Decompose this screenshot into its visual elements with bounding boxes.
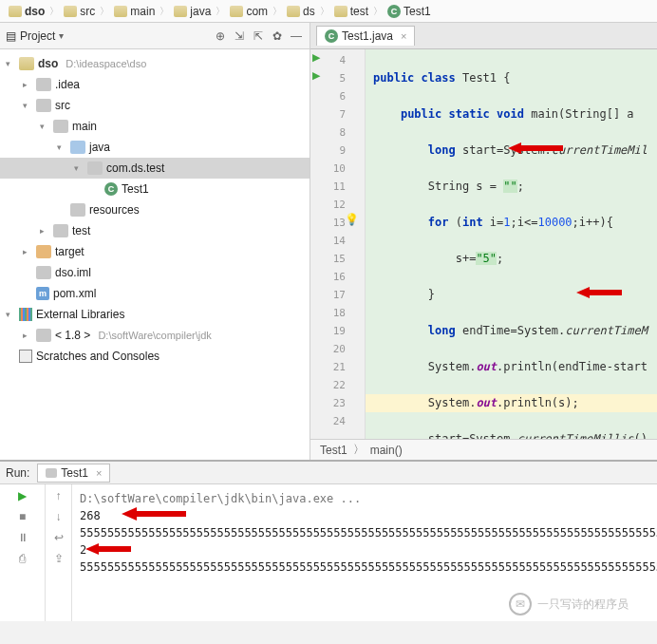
crumb-ds[interactable]: ds	[284, 4, 318, 19]
class-icon: C	[325, 29, 338, 43]
crumb-test[interactable]: test	[331, 4, 371, 19]
tree-node-idea[interactable]: ▸.idea	[0, 74, 310, 95]
project-toolbar: ▤Project▾ ⊕ ⇲ ⇱ ✿ —	[0, 23, 310, 49]
tree-node-test1[interactable]: CTest1	[0, 179, 310, 199]
crumb-com[interactable]: com	[227, 4, 271, 19]
line-number: 14	[310, 232, 365, 250]
line-number: 24	[310, 412, 365, 430]
down-icon[interactable]: ↓	[51, 509, 66, 524]
tree-node-java[interactable]: ▾java	[0, 137, 310, 158]
stop-icon[interactable]: ■	[15, 509, 30, 524]
tree-node-scratches[interactable]: Scratches and Consoles	[0, 346, 310, 367]
app-icon	[46, 468, 57, 478]
line-number: 23	[310, 394, 365, 412]
hide-icon[interactable]: —	[289, 28, 304, 44]
line-number: 20	[310, 340, 365, 358]
tree-node-main[interactable]: ▾main	[0, 116, 310, 137]
tree-node-resources[interactable]: resources	[0, 199, 310, 220]
line-number: 6	[310, 87, 365, 105]
console-output[interactable]: D:\softWare\compiler\jdk\bin\java.exe ..…	[72, 484, 657, 621]
folder-icon	[36, 99, 51, 112]
source-folder-icon	[70, 141, 85, 154]
wrap-icon[interactable]: ↩	[51, 530, 66, 545]
folder-icon	[53, 224, 68, 237]
line-number: 16	[310, 268, 365, 286]
export-icon[interactable]: ⇪	[51, 551, 66, 566]
run-header: Run: Test1 ×	[0, 462, 657, 484]
up-icon[interactable]: ↑	[51, 488, 66, 503]
tree-node-target[interactable]: ▸target	[0, 241, 310, 262]
breadcrumb-bar: dso〉 src〉 main〉 java〉 com〉 ds〉 test〉 CTe…	[0, 0, 657, 23]
tree-node-root[interactable]: ▾dsoD:\ideaspace\dso	[0, 53, 310, 74]
dump-icon[interactable]: ⎙	[15, 551, 30, 566]
run-tab-test1[interactable]: Test1 ×	[37, 464, 110, 483]
tree-node-iml[interactable]: dso.iml	[0, 262, 310, 283]
folder-icon	[174, 6, 187, 17]
tree-node-src[interactable]: ▾src	[0, 95, 310, 116]
line-number: 9	[310, 142, 365, 160]
tree-node-test[interactable]: ▸test	[0, 220, 310, 241]
chevron-down-icon: ▾	[59, 30, 64, 41]
gear-icon[interactable]: ✿	[270, 28, 285, 44]
chevron-right-icon: 〉	[373, 5, 383, 18]
line-number: 17	[310, 286, 365, 304]
gutter[interactable]: ▶ ▶ 💡 4 5 6 7 8 9 10 11 12 13 14 15 16 1…	[310, 49, 366, 439]
chevron-right-icon: 〉	[160, 5, 169, 18]
pause-icon[interactable]: ⏸	[15, 530, 30, 545]
folder-icon	[64, 6, 77, 17]
tree-node-package[interactable]: ▾com.ds.test	[0, 158, 310, 179]
target-folder-icon	[36, 245, 51, 258]
line-number: 15	[310, 250, 365, 268]
run-line-marker[interactable]: ▶	[312, 69, 320, 82]
run-toolbar-2: ↑ ↓ ↩ ⇪	[46, 484, 72, 621]
close-icon[interactable]: ×	[96, 467, 102, 479]
line-number: 10	[310, 160, 365, 178]
console-command: D:\softWare\compiler\jdk\bin\java.exe ..…	[80, 490, 649, 507]
chevron-right-icon: 〉	[100, 5, 109, 18]
package-icon	[87, 161, 103, 175]
line-number: 22	[310, 376, 365, 394]
editor-tabs: C Test1.java ×	[310, 23, 657, 49]
project-title[interactable]: ▤Project▾	[6, 29, 64, 43]
folder-icon	[36, 78, 51, 91]
maven-icon: m	[36, 287, 49, 300]
editor-body: ▶ ▶ 💡 4 5 6 7 8 9 10 11 12 13 14 15 16 1…	[310, 49, 657, 439]
project-tree[interactable]: ▾dsoD:\ideaspace\dso ▸.idea ▾src ▾main ▾…	[0, 49, 310, 460]
rerun-icon[interactable]: ▶	[15, 488, 30, 503]
crumb-dso[interactable]: dso	[6, 4, 47, 19]
console-line: 5555555555555555555555555555555555555555…	[80, 524, 649, 541]
chevron-right-icon: 〉	[353, 442, 365, 458]
run-panel: Run: Test1 × ▶ ■ ⏸ ⎙ ↑ ↓ ↩ ⇪ D:\softWare…	[0, 460, 657, 621]
collapse-icon[interactable]: ⇱	[251, 28, 266, 44]
console-line: 5555555555555555555555555555555555555555…	[80, 559, 649, 576]
editor-breadcrumb[interactable]: Test1 〉 main()	[310, 439, 657, 460]
tree-node-pom[interactable]: mpom.xml	[0, 283, 310, 304]
tab-label: Test1.java	[342, 29, 393, 43]
folder-icon	[114, 6, 127, 17]
close-icon[interactable]: ×	[401, 30, 406, 42]
run-tab-label: Test1	[61, 466, 88, 480]
tree-node-external-libs[interactable]: ▾External Libraries	[0, 304, 310, 325]
crumb-java[interactable]: java	[171, 4, 214, 19]
iml-icon	[36, 266, 51, 279]
target-icon[interactable]: ⊕	[213, 28, 228, 44]
crumb-src[interactable]: src	[61, 4, 98, 19]
intention-bulb-icon[interactable]: 💡	[345, 213, 359, 226]
jdk-icon	[36, 329, 51, 342]
console-line: 2	[80, 541, 649, 559]
editor-tab-test1[interactable]: C Test1.java ×	[316, 26, 415, 46]
editor-crumb-method[interactable]: main()	[370, 444, 403, 457]
line-number: 19	[310, 322, 365, 340]
crumb-class[interactable]: CTest1	[385, 4, 434, 19]
line-number: 8	[310, 123, 365, 142]
line-number: 18	[310, 304, 365, 322]
tree-node-jdk[interactable]: ▸< 1.8 >D:\softWare\compiler\jdk	[0, 325, 310, 346]
crumb-main[interactable]: main	[111, 4, 158, 19]
expand-icon[interactable]: ⇲	[232, 28, 247, 44]
run-line-marker[interactable]: ▶	[312, 51, 320, 64]
editor-crumb-class[interactable]: Test1	[320, 444, 347, 457]
resources-folder-icon	[70, 203, 85, 217]
code-editor[interactable]: public class Test1 { public static void …	[366, 49, 657, 439]
folder-icon	[287, 6, 300, 17]
folder-icon	[230, 6, 243, 17]
